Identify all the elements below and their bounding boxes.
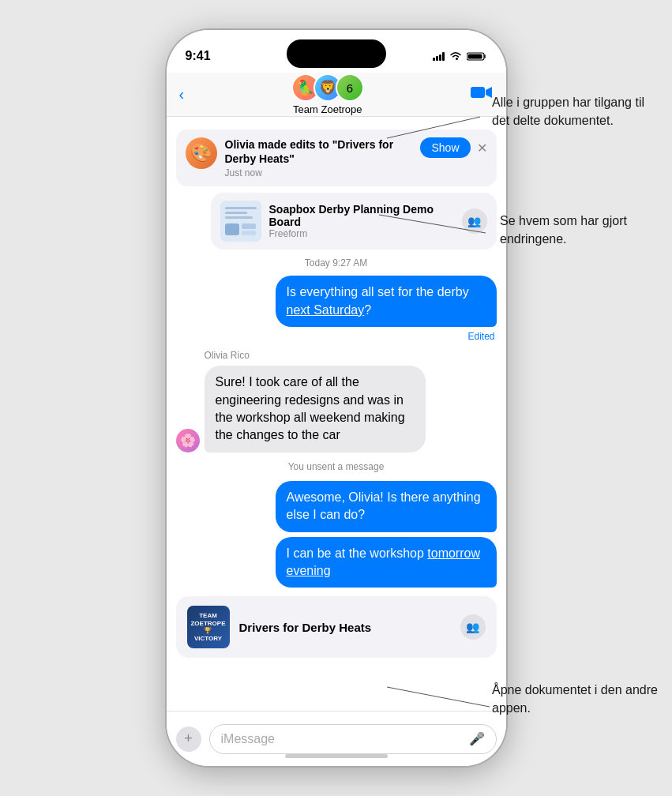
svg-rect-4 xyxy=(225,207,257,209)
unsent-notice: You unsent a message xyxy=(167,461,506,472)
notif-avatar: 🎨 xyxy=(186,137,217,169)
svg-rect-6 xyxy=(225,216,253,219)
close-button[interactable]: ✕ xyxy=(477,141,487,156)
svg-rect-9 xyxy=(242,231,256,235)
sent-message-3-row: I can be at the workshop tomorrow evenin… xyxy=(167,535,506,591)
home-indicator xyxy=(285,754,388,758)
sent-bubble-2: Awesome, Olivia! Is there anything else … xyxy=(276,481,497,532)
annotation-1-text: Alle i gruppen har tilgang til det delte… xyxy=(492,96,644,127)
freeform-thumbnail xyxy=(220,201,261,242)
edited-label: Edited xyxy=(167,331,506,342)
doc-card[interactable]: TEAMZOETROPE🏆VICTORY Drivers for Derby H… xyxy=(176,596,497,658)
received-bubble-1: Sure! I took care of all the engineering… xyxy=(205,366,426,452)
wifi-icon xyxy=(449,51,462,61)
tomorrow-evening-link[interactable]: tomorrow evening xyxy=(287,546,480,577)
received-message-row: 🌸 Sure! I took care of all the engineeri… xyxy=(167,363,506,455)
annotation-2: Se hvem som har gjort endringene. xyxy=(500,212,658,248)
notif-content: Olivia made edits to "Drivers for Derby … xyxy=(225,137,413,178)
doc-info: Drivers for Derby Heats xyxy=(239,621,451,634)
freeform-title: Soapbox Derby Planning Demo Board xyxy=(269,203,454,228)
doc-collab-button[interactable]: 👥 xyxy=(460,614,486,640)
mic-icon: 🎤 xyxy=(469,731,485,746)
next-saturday-link[interactable]: next Saturday xyxy=(287,303,365,317)
svg-rect-1 xyxy=(467,54,482,58)
svg-rect-3 xyxy=(220,201,261,242)
status-time: 9:41 xyxy=(186,49,211,63)
annotation-1: Alle i gruppen har tilgang til det delte… xyxy=(492,93,658,130)
svg-rect-7 xyxy=(225,223,239,235)
back-button[interactable]: ‹ xyxy=(179,85,185,103)
sent-message-1-row: Is everything all set for the derby next… xyxy=(167,273,506,329)
message-list[interactable]: 🎨 Olivia made edits to "Drivers for Derb… xyxy=(167,117,506,711)
message-timestamp: Today 9:27 AM xyxy=(167,257,506,268)
olivia-avatar: 🌸 xyxy=(176,429,200,452)
status-icons xyxy=(433,51,487,62)
back-chevron: ‹ xyxy=(179,85,185,103)
notification-banner: 🎨 Olivia made edits to "Drivers for Derb… xyxy=(176,130,497,186)
svg-rect-5 xyxy=(225,212,247,214)
freeform-info: Soapbox Derby Planning Demo Board Freefo… xyxy=(269,203,454,239)
dynamic-island xyxy=(287,39,386,68)
annotation-3-text: Åpne dokumentet i den andre appen. xyxy=(492,683,658,715)
signal-bar-1 xyxy=(433,58,435,61)
conversation-title: Team Zoetrope xyxy=(293,103,362,115)
annotation-3: Åpne dokumentet i den andre appen. xyxy=(492,681,658,717)
signal-bar-4 xyxy=(442,52,445,61)
doc-thumbnail: TEAMZOETROPE🏆VICTORY xyxy=(187,606,230,648)
notif-subtitle: Just now xyxy=(225,167,413,178)
show-button[interactable]: Show xyxy=(420,137,470,158)
sent-bubble-1: Is everything all set for the derby next… xyxy=(276,276,497,327)
battery-icon xyxy=(467,51,487,62)
message-placeholder: iMessage xyxy=(221,732,275,746)
sent-message-2-row: Awesome, Olivia! Is there anything else … xyxy=(167,479,506,535)
signal-icon xyxy=(433,51,445,61)
scene: 9:41 xyxy=(0,0,672,796)
freeform-collab-button[interactable]: 👥 xyxy=(462,208,487,234)
svg-rect-2 xyxy=(471,87,485,98)
nav-bar: ‹ 🦜 🦁 6 Team Zoetrope xyxy=(167,73,506,117)
sender-name: Olivia Rico xyxy=(205,350,497,361)
video-call-button[interactable] xyxy=(471,84,493,105)
signal-bar-3 xyxy=(439,54,441,61)
doc-title: Drivers for Derby Heats xyxy=(239,621,451,634)
svg-rect-8 xyxy=(242,223,256,229)
message-input[interactable]: iMessage 🎤 xyxy=(209,724,497,754)
plus-icon: + xyxy=(184,730,193,747)
freeform-app: Freeform xyxy=(269,228,454,239)
avatar-3: 6 xyxy=(336,73,364,102)
phone-frame: 9:41 xyxy=(167,30,506,766)
freeform-card[interactable]: Soapbox Derby Planning Demo Board Freefo… xyxy=(211,193,497,250)
sent-bubble-3: I can be at the workshop tomorrow evenin… xyxy=(276,537,497,588)
nav-center[interactable]: 🦜 🦁 6 Team Zoetrope xyxy=(291,73,364,115)
notif-title: Olivia made edits to "Drivers for Derby … xyxy=(225,137,413,166)
group-avatars: 🦜 🦁 6 xyxy=(291,73,364,102)
signal-bar-2 xyxy=(436,56,438,61)
add-attachment-button[interactable]: + xyxy=(176,727,201,752)
annotation-2-text: Se hvem som har gjort endringene. xyxy=(500,214,627,246)
notif-actions: Show ✕ xyxy=(420,137,486,158)
